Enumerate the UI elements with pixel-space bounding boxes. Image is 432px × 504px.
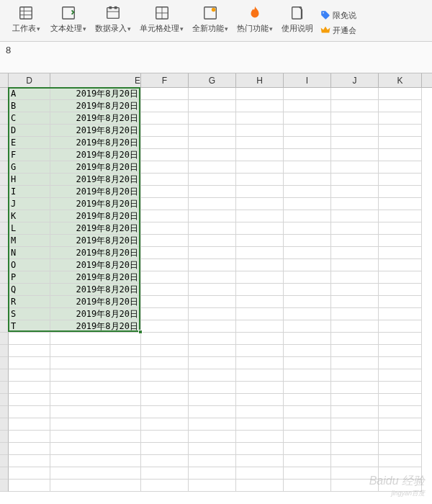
cell[interactable] [331,186,379,198]
cell[interactable] [236,235,284,247]
cell[interactable] [236,467,284,480]
cell[interactable] [236,271,284,284]
cell[interactable] [284,161,331,174]
cell[interactable] [331,88,379,100]
cell[interactable] [284,186,331,198]
cell[interactable] [236,259,284,271]
cell[interactable] [9,455,50,467]
row-header-stub[interactable] [0,112,9,125]
cell[interactable]: 2019年8月20日 [50,284,141,296]
column-header-H[interactable]: H [236,73,284,87]
cell[interactable] [189,308,236,320]
cell[interactable] [331,161,379,174]
cell[interactable] [284,125,331,137]
row-header-stub[interactable] [0,357,9,369]
row-header-stub[interactable] [0,320,9,333]
cell[interactable] [189,186,236,198]
cell[interactable] [379,296,422,308]
cell[interactable] [189,443,236,455]
row-header-stub[interactable] [0,406,9,418]
cell[interactable] [331,418,379,431]
cell[interactable] [379,137,422,149]
cell[interactable]: 2019年8月20日 [50,137,141,149]
cell[interactable] [284,320,331,333]
cell[interactable] [284,467,331,480]
cell[interactable] [379,320,422,333]
cell[interactable] [50,455,141,467]
cell[interactable]: 2019年8月20日 [50,198,141,210]
cell[interactable] [331,112,379,125]
row-header-stub[interactable] [0,161,9,174]
cell[interactable] [236,369,284,382]
cell[interactable] [9,443,50,455]
row-header-stub[interactable] [0,210,9,222]
cell[interactable] [9,382,50,394]
cell[interactable] [9,418,50,431]
cell[interactable] [141,443,189,455]
cell[interactable] [379,443,422,455]
cell[interactable] [50,406,141,418]
cell[interactable] [236,443,284,455]
cell[interactable]: 2019年8月20日 [50,296,141,308]
row-header-stub[interactable] [0,394,9,406]
cell[interactable] [236,308,284,320]
cell[interactable] [284,418,331,431]
cell[interactable] [189,174,236,186]
column-header-D[interactable]: D [9,73,50,87]
cell[interactable] [379,455,422,467]
cell[interactable] [189,137,236,149]
cell[interactable] [236,100,284,112]
cell[interactable] [284,357,331,369]
row-header-stub[interactable] [0,382,9,394]
cell[interactable] [379,186,422,198]
cell[interactable] [236,137,284,149]
cell[interactable] [141,345,189,357]
cell[interactable] [236,394,284,406]
cell[interactable] [331,149,379,161]
cell[interactable] [284,296,331,308]
cell[interactable] [331,394,379,406]
row-header-stub[interactable] [0,296,9,308]
promo-link-free[interactable]: 限免说 [320,10,356,21]
cell[interactable] [284,100,331,112]
cell[interactable] [284,174,331,186]
cell[interactable] [141,480,189,492]
cell[interactable] [331,480,379,492]
cell[interactable] [141,186,189,198]
cell[interactable] [331,174,379,186]
cell[interactable]: 2019年8月20日 [50,100,141,112]
cell[interactable] [141,271,189,284]
cell[interactable] [331,100,379,112]
cell[interactable] [284,369,331,382]
cell[interactable] [141,418,189,431]
cell[interactable] [284,222,331,235]
cell[interactable] [189,125,236,137]
row-header-stub[interactable] [0,174,9,186]
cell[interactable] [331,296,379,308]
cell[interactable] [50,394,141,406]
cell[interactable] [50,333,141,345]
cell[interactable] [141,198,189,210]
cell[interactable] [236,480,284,492]
cell[interactable] [331,467,379,480]
cell[interactable] [236,382,284,394]
cell[interactable] [331,284,379,296]
cell[interactable] [379,345,422,357]
cell[interactable] [379,406,422,418]
cell[interactable] [331,382,379,394]
cell[interactable] [141,431,189,443]
cell[interactable] [284,198,331,210]
cell[interactable] [331,259,379,271]
cell[interactable]: I [9,186,50,198]
cell[interactable] [331,222,379,235]
cell[interactable] [331,455,379,467]
cell[interactable] [9,406,50,418]
cell[interactable] [189,382,236,394]
cell[interactable] [50,357,141,369]
cell[interactable] [284,210,331,222]
cell[interactable] [189,271,236,284]
cell[interactable] [236,161,284,174]
cell[interactable] [236,418,284,431]
cell[interactable] [284,431,331,443]
cell[interactable] [141,88,189,100]
